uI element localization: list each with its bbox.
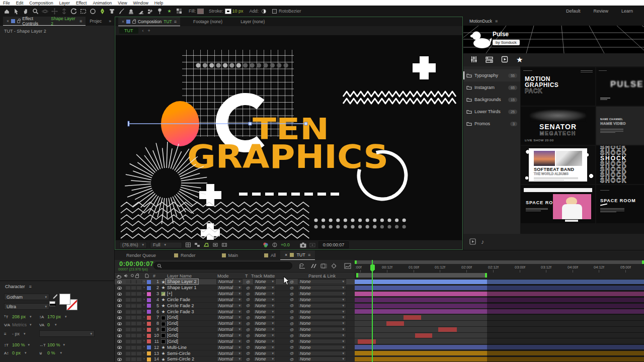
blend-mode-select[interactable]: Normal▾ <box>216 339 243 344</box>
parent-pickwhip-icon[interactable]: @ <box>290 345 294 349</box>
menu-file[interactable]: File <box>0 1 13 6</box>
eye-icon[interactable] <box>117 316 122 319</box>
viewer-tab-tut[interactable]: TUT <box>119 28 138 34</box>
eye-icon[interactable] <box>117 352 122 355</box>
chevron-down-icon[interactable]: ▾ <box>60 351 62 355</box>
layer-name[interactable]: Semi-Circle <box>167 351 191 356</box>
track-area[interactable] <box>355 279 644 362</box>
eye-icon[interactable] <box>117 299 122 302</box>
eye-icon[interactable] <box>117 358 122 361</box>
menu-window[interactable]: Window <box>130 1 151 6</box>
track-matte-select[interactable]: None▾ <box>253 339 276 344</box>
matte-pickwhip-icon[interactable]: @ <box>246 315 250 320</box>
parent-pickwhip-icon[interactable]: @ <box>290 292 294 296</box>
layer-name[interactable]: [Grid] <box>167 315 178 320</box>
expander-icon[interactable]: › <box>143 303 145 307</box>
home-tool[interactable] <box>2 7 12 16</box>
label-color-swatch[interactable] <box>147 357 151 361</box>
add-viewer-icon[interactable]: + <box>148 28 150 33</box>
matte-pickwhip-icon[interactable]: @ <box>246 339 250 343</box>
workspace-default[interactable]: Default <box>566 9 581 14</box>
timeline-ruler[interactable]: :00f00:12f01:00f01:12f02:00f02:12f03:00f… <box>355 260 644 279</box>
stroke-style-select[interactable]: ▾ <box>39 330 95 337</box>
tab-render[interactable]: Render <box>170 250 200 260</box>
shape-ellipse-tool[interactable] <box>88 7 98 16</box>
label-color-swatch[interactable] <box>147 298 151 302</box>
label-color-swatch[interactable] <box>147 310 151 314</box>
layer-switches[interactable] <box>126 322 142 325</box>
zoom-tool[interactable] <box>31 7 40 16</box>
label-color-swatch[interactable] <box>147 316 151 320</box>
eye-icon[interactable] <box>117 328 122 331</box>
composition-viewer[interactable]: TEN GRAPHICS <box>116 35 462 247</box>
chevron-down-icon[interactable]: ▾ <box>63 343 65 347</box>
matte-pickwhip-icon[interactable]: @ <box>246 297 250 302</box>
eyedropper-icon[interactable] <box>52 294 58 300</box>
chevron-down-icon[interactable]: ▾ <box>55 323 57 327</box>
layer-duration-bar[interactable] <box>415 333 432 338</box>
tab-tut[interactable]: × TUT ≡ <box>280 250 315 260</box>
fill-color-swatch[interactable] <box>59 294 70 305</box>
parent-link-select[interactable]: None▾ <box>298 285 346 290</box>
layer-name[interactable]: Circle Fade 3 <box>167 309 194 314</box>
region-of-interest-icon[interactable] <box>212 242 218 248</box>
track-matte-select[interactable]: None▾ <box>253 356 276 361</box>
font-size-value[interactable]: 208 px <box>12 314 26 319</box>
layer-name[interactable]: [+] <box>167 291 172 296</box>
menu-composition[interactable]: Composition <box>26 1 56 6</box>
camera-region-tool[interactable] <box>78 7 88 16</box>
matte-pickwhip-icon[interactable]: @ <box>246 345 250 349</box>
layer-name[interactable]: Shape Layer 2 <box>165 279 199 285</box>
exposure-reset-icon[interactable] <box>272 242 278 248</box>
layer-name[interactable]: [Grid] <box>167 327 178 332</box>
music-note-icon[interactable]: ♪ <box>481 238 484 245</box>
label-color-swatch[interactable] <box>147 328 151 332</box>
table-row[interactable]: › 4 ★ Circle Fade Normal▾ @ None▾ @ None… <box>115 297 355 303</box>
matte-pickwhip-icon[interactable]: @ <box>246 333 250 338</box>
filters-icon[interactable] <box>470 56 477 64</box>
chevron-down-icon[interactable]: ▾ <box>24 332 26 336</box>
table-row[interactable]: › 10 [Grid] Normal▾ @ None▾ @ None▾ <box>115 333 355 339</box>
parent-pickwhip-icon[interactable]: @ <box>290 286 294 290</box>
parent-pickwhip-icon[interactable]: @ <box>290 357 294 361</box>
eye-icon[interactable] <box>117 281 122 284</box>
parent-link-select[interactable]: None▾ <box>298 315 346 320</box>
frame-blending-icon[interactable] <box>310 263 317 270</box>
roto-brush-tool[interactable] <box>145 7 155 16</box>
layer-name[interactable]: [Grid] <box>167 333 178 338</box>
panel-menu-icon[interactable]: ≡ <box>495 19 498 24</box>
track-matte-select[interactable]: None▾ <box>253 327 276 332</box>
layer-switches[interactable] <box>126 310 142 314</box>
close-icon[interactable]: × <box>7 19 9 24</box>
navigator-end-handle[interactable] <box>642 260 644 264</box>
baseline-shift-value[interactable]: 0 px <box>12 350 21 355</box>
puppet-pin-tool[interactable] <box>155 7 165 16</box>
transparency-grid-icon[interactable] <box>194 242 200 248</box>
matte-pickwhip-icon[interactable]: @ <box>246 286 250 290</box>
label-color-swatch[interactable] <box>147 334 151 338</box>
dolly-tool[interactable] <box>59 7 69 16</box>
horizontal-scale-value[interactable]: 100 % <box>47 342 60 347</box>
parent-link-select[interactable]: None▾ <box>298 356 346 361</box>
tsume-value[interactable]: 0 % <box>47 350 55 355</box>
eye-icon[interactable] <box>117 334 122 337</box>
chevron-down-icon[interactable]: ▾ <box>25 351 27 355</box>
expander-icon[interactable]: › <box>143 356 145 361</box>
panel-menu-icon[interactable]: ≡ <box>29 284 32 289</box>
table-row[interactable]: › 14 ★ Semi-Circle 2 Normal▾ @ None▾ @ N… <box>115 356 355 362</box>
matte-pickwhip-icon[interactable]: @ <box>246 280 250 284</box>
tab-footage[interactable]: Footage (none) <box>180 17 235 26</box>
label-color-swatch[interactable] <box>147 322 151 326</box>
tab-motionduck[interactable]: MotionDuck ≡ <box>463 17 504 26</box>
vertical-scale-value[interactable]: 100 % <box>12 342 25 347</box>
tab-effect-controls[interactable]: × Effect Controls Shape Layer 2 ≡ <box>3 17 86 26</box>
label-color-swatch[interactable] <box>147 292 151 296</box>
expander-icon[interactable]: › <box>143 315 145 319</box>
eraser-tool[interactable] <box>136 7 145 16</box>
parent-link-select[interactable]: None▾ <box>298 309 346 314</box>
sidebar-category-lower-thirds[interactable]: Lower Thirds 25 <box>463 106 520 118</box>
time-navigator[interactable] <box>355 260 644 264</box>
layer-switches[interactable] <box>126 316 142 319</box>
panel-menu-icon[interactable]: ≡ <box>308 252 310 257</box>
layer-switches[interactable] <box>126 298 142 302</box>
